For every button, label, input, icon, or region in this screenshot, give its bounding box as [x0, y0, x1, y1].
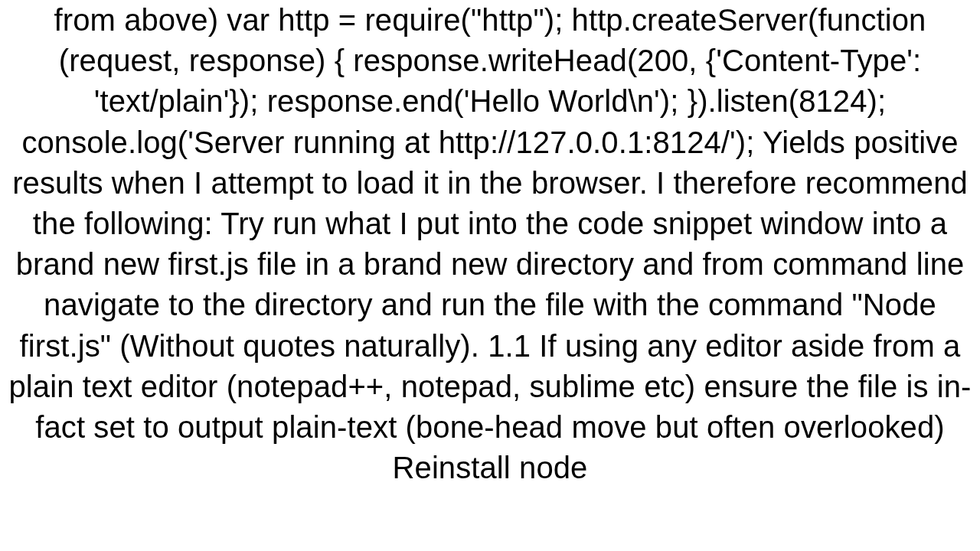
- body-text: from above) var http = require("http"); …: [8, 3, 971, 484]
- document-body: from above) var http = require("http"); …: [0, 0, 980, 551]
